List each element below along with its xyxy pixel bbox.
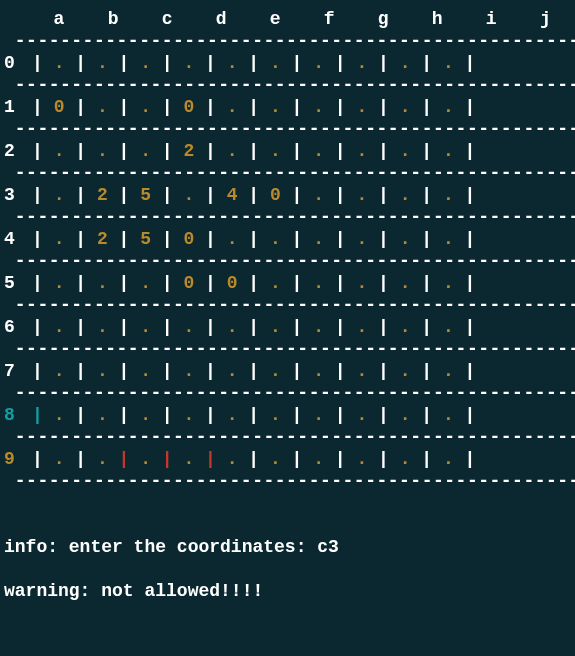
cell-3-5[interactable]: 0 xyxy=(270,184,281,206)
cell-9-0[interactable]: . xyxy=(54,448,65,470)
cell-5-0[interactable]: . xyxy=(54,272,65,294)
cell-6-2[interactable]: . xyxy=(140,316,151,338)
cell-1-7[interactable]: . xyxy=(356,96,367,118)
cell-1-6[interactable]: . xyxy=(313,96,324,118)
cell-0-6[interactable]: . xyxy=(313,52,324,74)
cell-8-2[interactable]: . xyxy=(140,404,151,426)
cell-5-8[interactable]: . xyxy=(400,272,411,294)
cell-9-4[interactable]: . xyxy=(227,448,238,470)
cell-2-0[interactable]: . xyxy=(54,140,65,162)
cell-6-9[interactable]: . xyxy=(443,316,454,338)
cell-3-2[interactable]: 5 xyxy=(140,184,151,206)
cell-4-3[interactable]: 0 xyxy=(183,228,194,250)
cell-7-9[interactable]: . xyxy=(443,360,454,382)
cell-1-2[interactable]: . xyxy=(140,96,151,118)
cell-1-0[interactable]: 0 xyxy=(54,96,65,118)
cell-2-4[interactable]: . xyxy=(227,140,238,162)
cell-2-1[interactable]: . xyxy=(97,140,108,162)
cell-9-2[interactable]: . xyxy=(140,448,151,470)
cell-6-1[interactable]: . xyxy=(97,316,108,338)
cell-1-1[interactable]: . xyxy=(97,96,108,118)
cell-0-1[interactable]: . xyxy=(97,52,108,74)
cell-4-1[interactable]: 2 xyxy=(97,228,108,250)
cell-8-3[interactable]: . xyxy=(183,404,194,426)
cell-5-1[interactable]: . xyxy=(97,272,108,294)
cell-4-8[interactable]: . xyxy=(400,228,411,250)
cell-6-8[interactable]: . xyxy=(400,316,411,338)
cell-1-3[interactable]: 0 xyxy=(183,96,194,118)
cell-7-2[interactable]: . xyxy=(140,360,151,382)
cell-7-8[interactable]: . xyxy=(400,360,411,382)
cell-6-3[interactable]: . xyxy=(183,316,194,338)
cell-8-9[interactable]: . xyxy=(443,404,454,426)
cell-1-4[interactable]: . xyxy=(227,96,238,118)
cell-7-1[interactable]: . xyxy=(97,360,108,382)
cell-5-5[interactable]: . xyxy=(270,272,281,294)
cell-5-2[interactable]: . xyxy=(140,272,151,294)
cell-3-9[interactable]: . xyxy=(443,184,454,206)
cell-6-5[interactable]: . xyxy=(270,316,281,338)
cell-2-3[interactable]: 2 xyxy=(183,140,194,162)
cell-1-8[interactable]: . xyxy=(400,96,411,118)
cell-2-7[interactable]: . xyxy=(356,140,367,162)
cell-7-5[interactable]: . xyxy=(270,360,281,382)
cell-3-3[interactable]: . xyxy=(183,184,194,206)
cell-0-9[interactable]: . xyxy=(443,52,454,74)
cell-8-7[interactable]: . xyxy=(356,404,367,426)
cell-6-4[interactable]: . xyxy=(227,316,238,338)
cell-8-1[interactable]: . xyxy=(97,404,108,426)
cell-9-6[interactable]: . xyxy=(313,448,324,470)
cell-9-3[interactable]: . xyxy=(183,448,194,470)
cell-0-4[interactable]: . xyxy=(227,52,238,74)
cell-8-6[interactable]: . xyxy=(313,404,324,426)
cell-0-5[interactable]: . xyxy=(270,52,281,74)
cell-8-0[interactable]: . xyxy=(54,404,65,426)
cell-1-5[interactable]: . xyxy=(270,96,281,118)
cell-8-5[interactable]: . xyxy=(270,404,281,426)
cell-5-7[interactable]: . xyxy=(356,272,367,294)
cell-0-0[interactable]: . xyxy=(54,52,65,74)
cell-2-8[interactable]: . xyxy=(400,140,411,162)
cell-9-1[interactable]: . xyxy=(97,448,108,470)
cell-9-8[interactable]: . xyxy=(400,448,411,470)
cell-7-6[interactable]: . xyxy=(313,360,324,382)
cell-3-6[interactable]: . xyxy=(313,184,324,206)
cell-0-3[interactable]: . xyxy=(183,52,194,74)
cell-3-4[interactable]: 4 xyxy=(227,184,238,206)
cell-7-0[interactable]: . xyxy=(54,360,65,382)
cell-2-2[interactable]: . xyxy=(140,140,151,162)
cell-9-9[interactable]: . xyxy=(443,448,454,470)
cell-3-8[interactable]: . xyxy=(400,184,411,206)
cell-0-8[interactable]: . xyxy=(400,52,411,74)
cell-2-9[interactable]: . xyxy=(443,140,454,162)
cell-7-7[interactable]: . xyxy=(356,360,367,382)
cell-4-9[interactable]: . xyxy=(443,228,454,250)
cell-7-3[interactable]: . xyxy=(183,360,194,382)
cell-6-0[interactable]: . xyxy=(54,316,65,338)
cell-9-7[interactable]: . xyxy=(356,448,367,470)
cell-4-5[interactable]: . xyxy=(270,228,281,250)
cell-5-3[interactable]: 0 xyxy=(183,272,194,294)
cell-4-0[interactable]: . xyxy=(54,228,65,250)
cell-4-6[interactable]: . xyxy=(313,228,324,250)
cell-1-9[interactable]: . xyxy=(443,96,454,118)
cell-3-1[interactable]: 2 xyxy=(97,184,108,206)
cell-5-4[interactable]: 0 xyxy=(227,272,238,294)
cell-4-7[interactable]: . xyxy=(356,228,367,250)
cell-6-6[interactable]: . xyxy=(313,316,324,338)
cell-0-7[interactable]: . xyxy=(356,52,367,74)
cell-9-5[interactable]: . xyxy=(270,448,281,470)
cell-8-8[interactable]: . xyxy=(400,404,411,426)
cell-6-7[interactable]: . xyxy=(356,316,367,338)
info-line[interactable]: info: enter the coordinates: c3 xyxy=(4,536,575,558)
cell-0-2[interactable]: . xyxy=(140,52,151,74)
cell-8-4[interactable]: . xyxy=(227,404,238,426)
cell-3-0[interactable]: . xyxy=(54,184,65,206)
cell-2-5[interactable]: . xyxy=(270,140,281,162)
cell-5-9[interactable]: . xyxy=(443,272,454,294)
cell-2-6[interactable]: . xyxy=(313,140,324,162)
cell-5-6[interactable]: . xyxy=(313,272,324,294)
cell-4-4[interactable]: . xyxy=(227,228,238,250)
cell-3-7[interactable]: . xyxy=(356,184,367,206)
cell-4-2[interactable]: 5 xyxy=(140,228,151,250)
